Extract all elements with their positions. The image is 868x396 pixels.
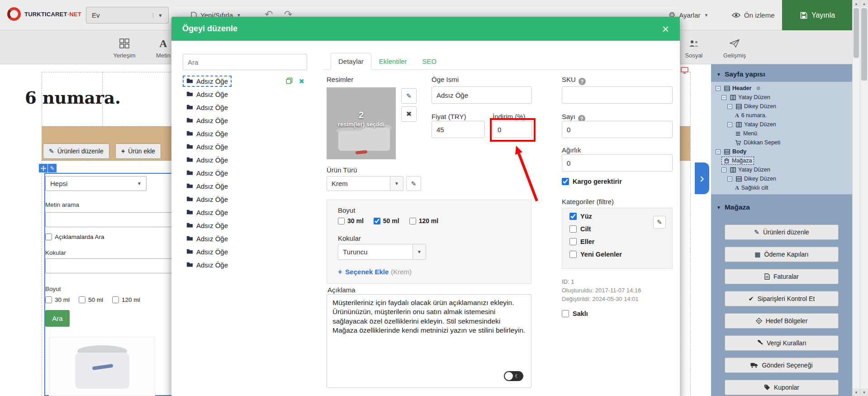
modal-list-item[interactable]: Adsız Öğe (183, 258, 307, 272)
modal-list-item[interactable]: Adsız Öğe (183, 88, 307, 101)
expand-panel-tab[interactable]: › (695, 162, 709, 194)
collapse-toggle-icon[interactable]: − (727, 104, 732, 109)
store-button-siparişleri-kontrol-et[interactable]: ✔Siparişleri Kontrol Et (725, 291, 839, 306)
scent-select[interactable]: Turuncu (338, 244, 413, 260)
scrollbar-thumb[interactable] (854, 8, 859, 58)
remove-image-button[interactable]: ✖ (401, 106, 417, 122)
description-textarea[interactable]: Müşterileriniz için faydalı olacak ürün … (327, 294, 531, 388)
modal-list-item[interactable]: Adsız Öğe (183, 101, 307, 114)
modal-list-item[interactable]: Adsız Öğe (183, 114, 307, 127)
store-button-ödeme-kapıları[interactable]: ▦Ödeme Kapıları (725, 247, 839, 262)
scents-filter-input[interactable] (45, 258, 181, 273)
modal-list-item[interactable]: Adsız Öğe (183, 180, 307, 193)
product-card[interactable] (49, 337, 155, 396)
size-checkbox[interactable] (374, 218, 380, 224)
scroll-down-icon[interactable]: ▼ (860, 389, 868, 396)
price-input[interactable] (432, 121, 485, 138)
edit-categories-button[interactable]: ✎ (653, 216, 666, 229)
edit-image-button[interactable]: ✎ (401, 88, 417, 104)
dark-mode-toggle[interactable]: ☾ (504, 371, 523, 381)
size-option-30-ml[interactable]: 30 ml (338, 217, 364, 224)
preview-button[interactable]: Ön izleme (732, 7, 775, 24)
modal-list-item[interactable]: Adsız Öğe (183, 219, 307, 232)
category-eller[interactable]: Eller (569, 238, 594, 245)
page-structure-header[interactable]: ▼ Sayfa yapısı (711, 67, 852, 81)
product-type-caret-button[interactable]: ▼ (390, 176, 403, 191)
modal-list-item[interactable]: Adsız Öğe (183, 140, 307, 153)
tree-item-yatay-düzen[interactable]: −Yatay Düzen (711, 120, 852, 129)
tree-item-yatay-düzen[interactable]: −Yatay Düzen (711, 93, 852, 102)
scent-caret-button[interactable]: ▼ (413, 244, 426, 260)
page-select[interactable]: Ev ▼ (86, 7, 169, 24)
product-type-select[interactable]: Krem (327, 176, 390, 191)
collapse-toggle-icon[interactable]: − (721, 95, 726, 100)
collapse-toggle-icon[interactable]: − (727, 177, 732, 181)
store-button-gönderi-seçeneği[interactable]: Gönderi Seçeneği (725, 358, 839, 373)
edit-products-button[interactable]: ✎ Ürünleri düzenle (43, 143, 109, 159)
canvas-size-option-120-ml[interactable]: 120 ml (112, 296, 140, 303)
canvas-size-option-50-ml[interactable]: 50 ml (79, 296, 103, 303)
add-option-link[interactable]: +Seçenek Ekle(Krem) (338, 268, 412, 276)
sidebar-scrollbar[interactable]: ▲ ▼ (852, 0, 860, 396)
quantity-input[interactable] (562, 121, 673, 138)
tree-item-dükkan-sepeti[interactable]: Dükkan Sepeti (711, 138, 852, 147)
collapse-toggle-icon[interactable]: − (716, 86, 721, 91)
collapse-toggle-icon[interactable]: − (727, 122, 732, 127)
image-thumbnail[interactable]: 2 resim(ler) seçildi (327, 87, 396, 159)
text-search-input[interactable] (45, 212, 181, 227)
item-name-input[interactable] (432, 86, 532, 104)
close-icon[interactable]: × (662, 23, 669, 35)
scroll-down-icon[interactable]: ▼ (853, 389, 860, 396)
category-filter-select[interactable]: Hepsi ▼ (45, 176, 147, 191)
size-option-50-ml[interactable]: 50 ml (374, 217, 399, 224)
store-button-hedef-bölgeler[interactable]: Hedef Bölgeler (725, 313, 839, 329)
tree-item-body[interactable]: −Body (711, 147, 852, 156)
store-button-ürünleri-düzenle[interactable]: ✎Ürünleri düzenle (725, 224, 839, 240)
scrollbar-thumb[interactable] (861, 8, 867, 81)
modal-list-item[interactable]: Adsız Öğe (183, 167, 307, 180)
tab-eklentiler[interactable]: Eklentiler (371, 53, 415, 70)
tree-item-header[interactable]: −Header⚙ (711, 84, 852, 93)
tree-item-yatay-düzen[interactable]: −Yatay Düzen (711, 165, 852, 174)
modal-list-item[interactable]: Adsız Öğe (183, 245, 307, 258)
modal-list-item[interactable]: Adsız Öğe (183, 193, 307, 206)
tool-layout[interactable]: Yerleşim (103, 37, 146, 59)
help-icon[interactable]: ? (579, 78, 586, 85)
edit-element-icon[interactable]: ✎ (48, 164, 57, 172)
collapse-toggle-icon[interactable]: − (721, 167, 726, 172)
category-yeni-gelenler[interactable]: Yeni Gelenler (569, 251, 622, 258)
search-descriptions-checkbox[interactable]: Açıklamalarda Ara (45, 234, 104, 240)
modal-list-item[interactable]: Adsız Öğe (183, 232, 307, 245)
tab-detaylar[interactable]: Detaylar (331, 53, 371, 70)
store-button-vergi-kuralları[interactable]: Vergi Kuralları (725, 335, 839, 351)
tree-item-sağlıklı-cilt[interactable]: ASağlıklı cilt (711, 183, 852, 192)
tree-item-dikey-düzen[interactable]: −Dikey Düzen (711, 102, 852, 111)
remove-item-icon[interactable]: ✖ (299, 77, 304, 86)
collapse-toggle-icon[interactable]: − (716, 149, 721, 154)
tool-advanced[interactable]: Gelişmiş (713, 37, 756, 59)
category-cilt[interactable]: Cilt (569, 225, 591, 233)
tree-item-menü[interactable]: Menü (711, 129, 852, 138)
duplicate-item-icon[interactable] (286, 77, 293, 86)
publish-button[interactable]: Yayınla (782, 0, 853, 30)
tab-seo[interactable]: SEO (415, 53, 445, 70)
tree-item-mağaza[interactable]: Mağaza (711, 156, 852, 165)
category-yüz[interactable]: Yüz (569, 213, 592, 220)
search-button[interactable]: Ara (45, 310, 70, 327)
item-search-input[interactable] (183, 54, 307, 70)
tree-item-6-numara[interactable]: A6 numara. (711, 111, 852, 120)
tree-item-dikey-düzen[interactable]: −Dikey Düzen (711, 174, 852, 183)
add-product-button[interactable]: + Ürün ekle (115, 143, 161, 159)
canvas-size-option-30-ml[interactable]: 30 ml (45, 296, 70, 303)
store-button-kuponlar[interactable]: Kuponlar (725, 380, 839, 395)
scroll-up-icon[interactable]: ▲ (860, 0, 868, 7)
modal-list-item[interactable]: Adsız Öğe✖ (183, 75, 307, 88)
modal-list-item[interactable]: Adsız Öğe (183, 127, 307, 140)
edit-product-type-button[interactable]: ✎ (406, 176, 421, 191)
shipping-required-checkbox[interactable]: Kargo gerektirir (562, 178, 622, 185)
weight-input[interactable] (562, 154, 673, 172)
move-handle-icon[interactable] (39, 164, 47, 172)
store-section-header[interactable]: ▼ Mağaza (711, 200, 852, 215)
store-button-faturalar[interactable]: Faturalar (725, 269, 839, 284)
modal-list-item[interactable]: Adsız Öğe (183, 153, 307, 167)
